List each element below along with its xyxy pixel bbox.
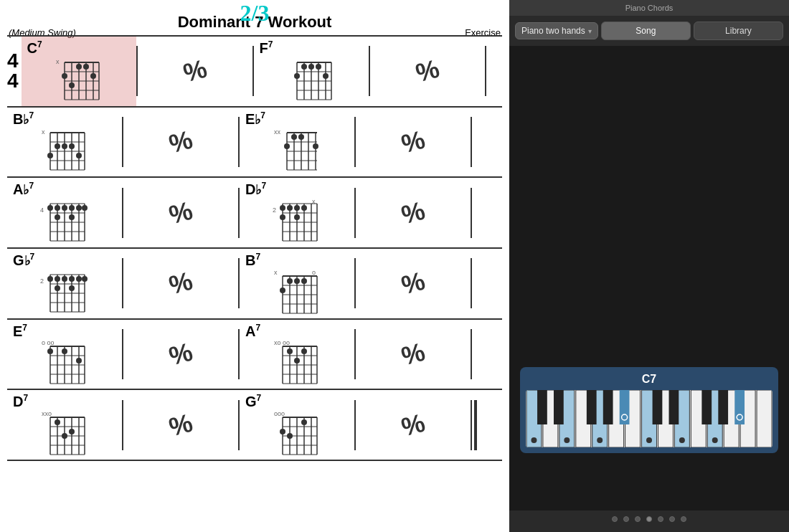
piano-chord-label: C7 [526,373,773,386]
chord-name: F7 [260,39,273,57]
bar-line [485,46,486,96]
svg-text:x: x [56,58,60,65]
page-number: 2/3 [240,0,270,27]
rest-cell: % [123,410,238,440]
svg-point-17 [69,82,75,88]
svg-point-78 [47,205,53,211]
pagination-dot-1[interactable] [612,516,618,522]
pagination [509,510,789,532]
svg-point-79 [55,205,60,211]
svg-point-82 [76,205,82,211]
pagination-dot-4[interactable] [646,516,652,522]
chord-cell[interactable]: C7 x [22,37,136,106]
guitar-diagram: xx [273,127,321,174]
rest-symbol: % [398,407,428,442]
rest-symbol: % [398,125,428,160]
chord-name: C7 [27,39,42,57]
pagination-dot-6[interactable] [669,516,675,522]
chord-name: G7 [245,393,261,410]
svg-point-48 [69,143,75,149]
svg-point-103 [280,214,285,220]
svg-point-184 [55,419,60,425]
rest-cell: % [138,56,252,86]
guitar-diagram: x [40,127,89,174]
chord-cell[interactable]: F7 [254,37,369,106]
svg-point-85 [69,214,75,220]
rest-cell: % [356,410,471,440]
guitar-diagram: xo oo [273,339,321,386]
rest-cell: % [123,127,238,157]
svg-point-123 [55,285,60,291]
svg-text:xo oo: xo oo [274,339,290,346]
instrument-selector[interactable]: Piano two hands ▾ [515,22,598,39]
svg-point-200 [280,429,285,434]
guitar-diagram: x [55,57,103,103]
pagination-dot-7[interactable] [681,516,686,522]
tab-library[interactable]: Library [694,22,783,40]
pagination-dot-3[interactable] [635,516,641,522]
rest-symbol: % [180,54,210,89]
svg-point-122 [82,276,88,282]
chord-name: D7 [13,393,28,410]
svg-point-100 [287,205,293,211]
svg-point-121 [76,276,82,282]
chord-name: A7 [245,323,260,340]
guitar-diagram: 2 x [273,198,321,244]
svg-text:xxo: xxo [42,410,52,417]
rest-cell: % [356,268,471,298]
svg-point-104 [294,214,300,220]
svg-point-29 [301,64,307,70]
app-title: Piano Chords [625,4,674,12]
tab-song[interactable]: Song [601,22,691,40]
chord-display-area: C7 [509,46,789,510]
bar-line [471,258,472,308]
svg-point-185 [69,429,75,434]
chord-cell[interactable]: B♭7 x [7,108,122,177]
music-row: E7 o oo [7,318,502,389]
sheet-header: 2/3 Dominant 7 Workout (Medium Swing) Ex… [0,0,509,35]
title-bar: Piano Chords [509,0,789,16]
svg-point-62 [291,134,297,140]
svg-point-14 [83,64,89,70]
chord-cell[interactable]: G♭7 2 [7,249,122,318]
bar-line [471,329,472,379]
svg-point-83 [82,205,88,211]
svg-point-80 [62,205,67,211]
svg-point-102 [301,205,307,211]
pagination-dot-2[interactable] [623,516,629,522]
chord-cell[interactable]: A♭7 4 [7,178,122,247]
chord-name: D♭7 [245,181,266,198]
svg-point-99 [280,205,285,211]
chord-cell[interactable]: D7 xxo [7,390,122,460]
pagination-dot-5[interactable] [658,516,663,522]
rest-symbol: % [398,266,428,301]
chord-cell[interactable]: G7 ooo [240,390,354,460]
svg-point-171 [294,358,300,364]
svg-point-63 [298,134,304,140]
piano-chord-container: C7 [520,367,778,453]
svg-text:x: x [274,269,278,276]
svg-point-124 [69,285,75,291]
music-row: D7 xxo [7,389,502,461]
chord-cell[interactable]: A7 xo oo [240,320,354,389]
rest-cell: % [123,198,238,228]
svg-point-186 [62,433,67,439]
music-row: 44 C7 x [7,35,502,106]
piano-keyboard[interactable] [526,390,773,447]
chord-cell[interactable]: D♭7 2 x [240,178,354,247]
chord-cell[interactable]: E♭7 xx [240,108,354,177]
guitar-diagram: ooo [273,410,321,457]
svg-point-13 [76,64,82,70]
svg-text:xx: xx [274,128,281,136]
guitar-diagram: xxo [40,410,89,457]
chord-cell[interactable]: E7 o oo [7,320,122,389]
bar-line [471,188,472,238]
chord-name: B♭7 [13,110,34,128]
svg-text:ooo: ooo [274,410,285,417]
chord-cell[interactable]: B7 x o [240,249,354,318]
rest-symbol: % [166,266,196,301]
chord-name: B7 [245,252,260,269]
svg-point-16 [90,73,96,79]
svg-point-81 [69,205,75,211]
top-controls: Piano two hands ▾ Song Library [509,16,789,46]
